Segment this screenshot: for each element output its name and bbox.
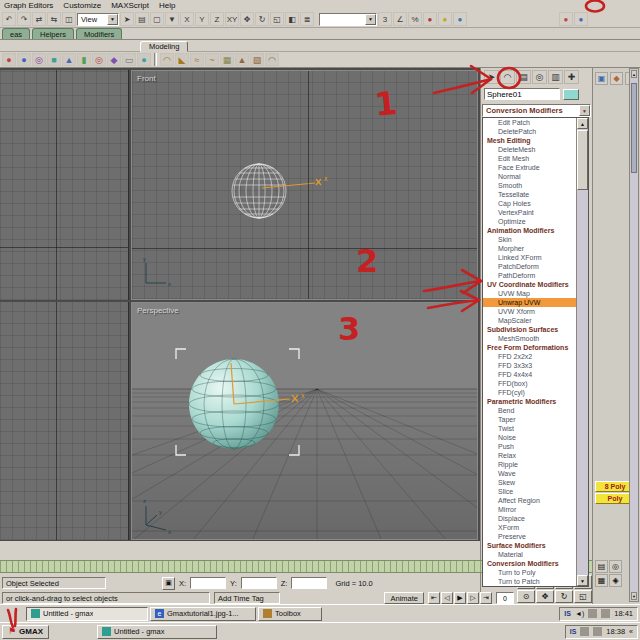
language-indicator[interactable]: IS [570,628,577,635]
modifier-row[interactable]: PathDeform [483,271,577,280]
modifier-row[interactable]: Displace [483,514,577,523]
arc-rotate-icon[interactable]: ↻ [555,590,573,604]
reference-coordinate-dropdown[interactable]: View ▼ [77,13,119,26]
modifier-row[interactable]: Edit Mesh [483,154,577,163]
modifier-row[interactable]: FFD 2x2x2 [483,352,577,361]
tray-tool-icon-b[interactable]: ◎ [609,560,622,573]
hierarchy-tab-icon[interactable]: ▤ [516,70,531,84]
noise-icon[interactable]: ~ [205,53,219,66]
modifier-row[interactable]: FFD 3x3x3 [483,361,577,370]
viewport-perspective[interactable]: x x y z Perspective [131,302,478,540]
modifier-row[interactable]: Smooth [483,181,577,190]
field-of-view-icon[interactable]: ⊙ [517,590,535,604]
modifier-list-dropdown[interactable]: Conversion Modifiers ▼ [482,104,591,117]
menu-item[interactable]: Help [159,1,175,10]
collapse-tray-icon[interactable]: « [629,628,633,635]
chevron-down-icon[interactable]: ▼ [365,14,376,25]
tab-partial-left[interactable]: eas [2,28,30,39]
utilities-tab-icon[interactable]: ✚ [564,70,579,84]
tray-tool-icon-a[interactable]: ▤ [595,560,608,573]
mirror-icon[interactable]: ◧ [285,12,299,26]
tray-icon[interactable] [601,609,610,618]
gmax-start-button[interactable]: ⚑ GMAX [2,625,49,639]
modifier-row[interactable]: PatchDeform [483,262,577,271]
modifier-row[interactable]: Morpher [483,244,577,253]
tray-tool-icon-c[interactable]: ▦ [595,574,608,587]
go-to-start-icon[interactable]: ⇤ [428,592,440,604]
modifier-row[interactable]: FFD(box) [483,379,577,388]
task-untitled-gmax[interactable]: Untitled - gmax [26,607,148,621]
tab-modifiers[interactable]: Modifiers [76,28,122,39]
cylinder-green-icon[interactable]: ▮ [77,53,91,66]
tab-helpers[interactable]: Helpers [32,28,74,39]
coord-z-field[interactable] [291,577,327,589]
modifier-row[interactable]: DeletePatch [483,127,577,136]
uvw-map-icon[interactable]: ▧ [250,53,264,66]
previous-frame-icon[interactable]: ◁ [441,592,453,604]
modify-tab-icon[interactable]: ◠ [500,70,515,84]
display-tab-icon[interactable]: ▥ [548,70,563,84]
selection-filter-icon[interactable]: ▼ [165,12,179,26]
tab-modeling[interactable]: Modeling [140,41,188,52]
play-icon[interactable]: ▶ [454,592,466,604]
scrollbar-thumb[interactable] [631,83,637,173]
taper-icon[interactable]: ◣ [175,53,189,66]
modifier-row[interactable]: Preserve [483,532,577,541]
modifier-row[interactable]: VertexPaint [483,208,577,217]
tray-icon[interactable] [593,627,602,636]
toolbox-icon-a[interactable]: ▣ [595,72,608,85]
object-name-field[interactable] [484,88,560,100]
add-time-tag[interactable]: Add Time Tag [214,592,280,604]
modifier-row[interactable]: Skew [483,478,577,487]
speaker-icon[interactable]: ◄) [575,610,584,617]
modifier-row[interactable]: Affect Region [483,496,577,505]
modifier-row[interactable]: UVW Xform [483,307,577,316]
named-selection-sets-dropdown[interactable]: ▼ [319,13,377,26]
torus-red-icon[interactable]: ◎ [92,53,106,66]
render-quick-icon[interactable]: ● [559,12,573,26]
coord-x-field[interactable] [190,577,226,589]
object-color-swatch[interactable] [563,89,579,100]
task2-untitled-gmax[interactable]: Untitled - gmax [97,625,217,639]
modifier-row[interactable]: Tessellate [483,190,577,199]
scrollbar[interactable]: ▲ ▼ [629,68,639,602]
percent-snap-icon[interactable]: % [408,12,422,26]
modifier-row[interactable]: DeleteMesh [483,145,577,154]
render-type-icon[interactable]: ● [453,12,467,26]
torus-purple-icon[interactable]: ◎ [32,53,46,66]
modifier-row[interactable]: Twist [483,424,577,433]
lattice-icon[interactable]: ▦ [220,53,234,66]
modifier-row[interactable]: Turn to Poly [483,568,577,577]
motion-tab-icon[interactable]: ◎ [532,70,547,84]
tray-tool-icon-d[interactable]: ◈ [609,574,622,587]
modifier-row[interactable]: Edit Patch [483,118,577,127]
select-and-rotate-icon[interactable]: ↻ [255,12,269,26]
modifier-row[interactable]: Face Extrude [483,163,577,172]
modifier-row[interactable]: FFD 4x4x4 [483,370,577,379]
min-max-toggle-icon[interactable]: ◱ [574,590,592,604]
animate-button[interactable]: Animate [384,592,424,604]
undo-icon[interactable]: ↶ [2,12,16,26]
select-and-link-icon[interactable]: ⇄ [32,12,46,26]
axis-constraint-x-button[interactable]: X [180,12,194,26]
menu-item[interactable]: Graph Editors [4,1,53,10]
twist-icon[interactable]: ≈ [190,53,204,66]
scrollbar[interactable]: ▲ ▼ [576,118,588,586]
sphere-blue-icon[interactable]: ● [17,53,31,66]
modifier-row[interactable]: Optimize [483,217,577,226]
menu-item[interactable]: Customize [63,1,101,10]
cone-blue-icon[interactable]: ▲ [62,53,76,66]
go-to-end-icon[interactable]: ⇥ [480,592,492,604]
modifier-row[interactable]: MapScaler [483,316,577,325]
scrollbar-thumb[interactable] [577,130,588,190]
modifier-row[interactable]: Relax [483,451,577,460]
scroll-up-icon[interactable]: ▲ [577,118,588,129]
teapot-purple-icon[interactable]: ◆ [107,53,121,66]
modifier-row[interactable]: MeshSmooth [483,334,577,343]
sphere-teal-icon[interactable]: ● [137,53,151,66]
selection-lock-icon[interactable]: ▣ [162,577,175,590]
angle-snap-icon[interactable]: ∠ [393,12,407,26]
scroll-up-icon[interactable]: ▲ [631,70,637,78]
chevron-down-icon[interactable]: ▼ [579,105,590,116]
edit-mesh-icon[interactable]: ▲ [235,53,249,66]
